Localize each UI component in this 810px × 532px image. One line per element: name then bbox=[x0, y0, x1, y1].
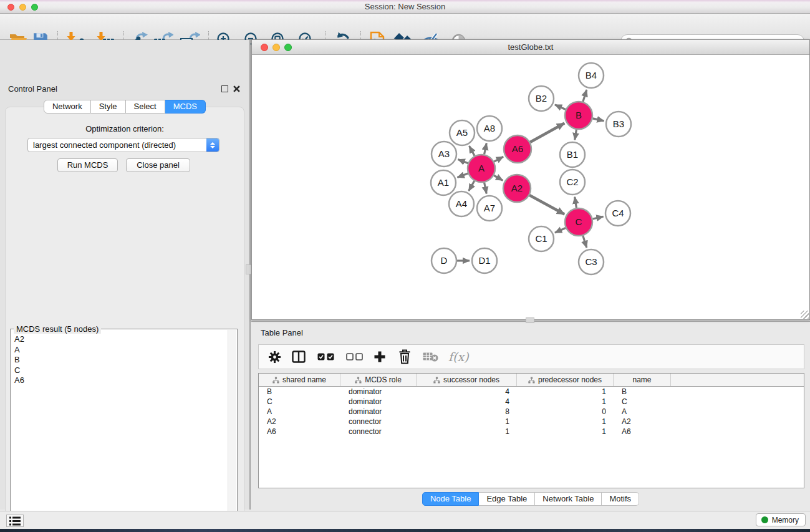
add-column-icon[interactable] bbox=[374, 351, 386, 363]
tab-network-table[interactable]: Network Table bbox=[535, 492, 602, 506]
table-row[interactable]: A2connector11A2 bbox=[259, 417, 804, 427]
cell-shared-name[interactable]: B bbox=[259, 387, 340, 397]
window-resize-grip[interactable] bbox=[801, 311, 809, 319]
cell-name[interactable]: A bbox=[614, 407, 671, 417]
task-history-button[interactable] bbox=[6, 515, 24, 527]
cell-predecessor-nodes[interactable]: 0 bbox=[517, 407, 614, 417]
column-header-MCDS-role[interactable]: MCDS role bbox=[340, 374, 417, 386]
edge-A6-B[interactable] bbox=[530, 123, 564, 142]
cell-MCDS-role[interactable]: dominator bbox=[340, 397, 417, 407]
cell-MCDS-role[interactable]: dominator bbox=[340, 387, 417, 397]
edge-C-C1[interactable] bbox=[555, 228, 566, 233]
node-D[interactable]: D bbox=[432, 248, 456, 273]
node-A4[interactable]: A4 bbox=[449, 191, 474, 216]
close-panel-button[interactable]: Close panel bbox=[126, 158, 190, 172]
cell-successor-nodes[interactable]: 4 bbox=[417, 397, 517, 407]
node-A2[interactable]: A2 bbox=[503, 175, 531, 202]
node-B3[interactable]: B3 bbox=[606, 112, 631, 137]
vertical-split-divider[interactable] bbox=[249, 40, 251, 510]
cell-name[interactable]: A6 bbox=[614, 427, 671, 437]
node-A6[interactable]: A6 bbox=[504, 135, 531, 163]
deselect-all-icon[interactable] bbox=[346, 353, 363, 360]
cell-MCDS-role[interactable]: connector bbox=[340, 417, 417, 427]
cell-predecessor-nodes[interactable]: 1 bbox=[517, 387, 614, 397]
network-minimize-button[interactable] bbox=[272, 44, 280, 51]
delete-table-icon[interactable] bbox=[423, 352, 438, 362]
edge-B-B1[interactable] bbox=[575, 130, 577, 140]
result-item[interactable]: A bbox=[13, 345, 226, 355]
node-B4[interactable]: B4 bbox=[579, 63, 604, 88]
node-B1[interactable]: B1 bbox=[560, 142, 585, 167]
tab-style[interactable]: Style bbox=[91, 100, 126, 114]
cell-shared-name[interactable]: C bbox=[259, 397, 340, 407]
edge-A-A2[interactable] bbox=[494, 175, 503, 180]
cell-MCDS-role[interactable]: dominator bbox=[340, 407, 417, 417]
cell-successor-nodes[interactable]: 1 bbox=[417, 427, 517, 437]
edge-A-A7[interactable] bbox=[485, 183, 487, 194]
cell-predecessor-nodes[interactable]: 1 bbox=[517, 397, 614, 407]
table-row[interactable]: Adominator80A bbox=[259, 407, 804, 417]
result-item[interactable]: A2 bbox=[13, 334, 226, 345]
node-C1[interactable]: C1 bbox=[529, 226, 554, 251]
table-row[interactable]: Bdominator41B bbox=[259, 387, 804, 397]
cell-name[interactable]: B bbox=[614, 387, 671, 397]
node-A1[interactable]: A1 bbox=[431, 170, 456, 195]
network-close-button[interactable] bbox=[261, 44, 268, 51]
settings-icon[interactable] bbox=[268, 351, 281, 364]
edge-C-C4[interactable] bbox=[592, 216, 603, 219]
network-window-titlebar[interactable]: testGlobe.txt bbox=[252, 40, 809, 55]
function-builder-label[interactable]: f(x) bbox=[448, 350, 469, 364]
column-header-shared-name[interactable]: shared name bbox=[259, 374, 340, 386]
tab-select[interactable]: Select bbox=[126, 100, 165, 114]
node-A8[interactable]: A8 bbox=[477, 116, 502, 141]
network-zoom-button[interactable] bbox=[284, 44, 292, 51]
node-A[interactable]: A bbox=[468, 155, 495, 182]
edge-A-A4[interactable] bbox=[469, 181, 475, 191]
node-B[interactable]: B bbox=[565, 102, 592, 129]
result-item[interactable]: C bbox=[13, 365, 226, 376]
run-mcds-button[interactable]: Run MCDS bbox=[57, 158, 118, 172]
node-C2[interactable]: C2 bbox=[560, 170, 585, 195]
column-header-name[interactable]: name bbox=[614, 374, 671, 386]
edge-C-C3[interactable] bbox=[583, 236, 587, 248]
network-canvas[interactable]: AA1A2A3A4A5A6A7A8BB1B2B3B4CC1C2C3C4DD1 bbox=[252, 55, 809, 319]
tab-node-table[interactable]: Node Table bbox=[422, 492, 480, 506]
close-panel-icon[interactable] bbox=[233, 85, 240, 92]
edge-C-C2[interactable] bbox=[575, 197, 577, 208]
criterion-dropdown[interactable]: largest connected component (directed) bbox=[27, 138, 219, 152]
minimize-window-button[interactable] bbox=[19, 4, 26, 11]
network-graph[interactable]: AA1A2A3A4A5A6A7A8BB1B2B3B4CC1C2C3C4DD1 bbox=[252, 55, 809, 319]
node-D1[interactable]: D1 bbox=[472, 248, 497, 273]
float-panel-icon[interactable] bbox=[221, 85, 228, 92]
cell-successor-nodes[interactable]: 8 bbox=[417, 407, 517, 417]
node-A3[interactable]: A3 bbox=[432, 142, 456, 167]
node-C[interactable]: C bbox=[565, 208, 592, 236]
result-item[interactable]: B bbox=[13, 355, 226, 365]
edge-B-B4[interactable] bbox=[583, 90, 587, 102]
tab-mcds[interactable]: MCDS bbox=[165, 100, 206, 114]
cell-successor-nodes[interactable]: 4 bbox=[417, 387, 517, 397]
select-all-icon[interactable] bbox=[317, 353, 334, 360]
cell-predecessor-nodes[interactable]: 1 bbox=[517, 417, 614, 427]
edge-A-A1[interactable] bbox=[457, 173, 468, 177]
tab-network[interactable]: Network bbox=[44, 100, 91, 114]
cell-predecessor-nodes[interactable]: 1 bbox=[517, 427, 614, 437]
edge-A-A6[interactable] bbox=[494, 157, 503, 162]
tab-edge-table[interactable]: Edge Table bbox=[479, 492, 535, 506]
tab-motifs[interactable]: Motifs bbox=[602, 492, 639, 506]
edge-A2-C[interactable] bbox=[529, 195, 564, 215]
edge-A-A8[interactable] bbox=[485, 143, 487, 155]
edge-A-A5[interactable] bbox=[469, 146, 475, 156]
node-A7[interactable]: A7 bbox=[477, 196, 502, 221]
table-row[interactable]: Cdominator41C bbox=[259, 397, 804, 407]
cell-MCDS-role[interactable]: connector bbox=[340, 427, 417, 437]
cell-name[interactable]: A2 bbox=[614, 417, 671, 427]
memory-button[interactable]: Memory bbox=[756, 513, 806, 526]
node-table[interactable]: shared nameMCDS rolesuccessor nodesprede… bbox=[258, 373, 804, 488]
horizontal-split-handle[interactable] bbox=[526, 317, 534, 323]
node-C4[interactable]: C4 bbox=[605, 201, 630, 226]
table-row[interactable]: A6connector11A6 bbox=[259, 427, 804, 437]
close-window-button[interactable] bbox=[7, 4, 14, 11]
edge-A-A3[interactable] bbox=[458, 160, 468, 163]
edge-B-B2[interactable] bbox=[555, 105, 566, 110]
